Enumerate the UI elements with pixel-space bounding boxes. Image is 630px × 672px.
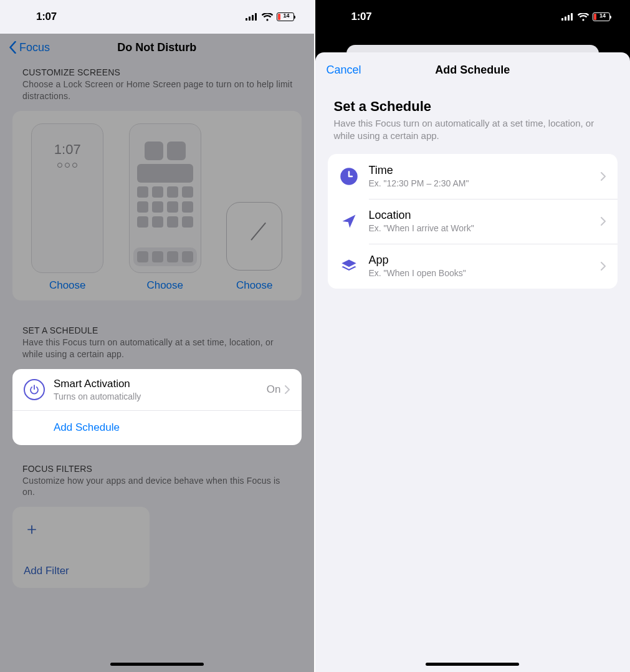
smart-activation-row[interactable]: Smart Activation Turns on automatically … xyxy=(12,369,302,410)
chevron-right-icon xyxy=(601,172,606,181)
power-icon xyxy=(24,379,45,400)
watch-preview: Choose xyxy=(226,202,282,292)
add-schedule-row[interactable]: Add Schedule xyxy=(12,410,302,445)
svg-rect-5 xyxy=(565,17,566,21)
add-filter-card[interactable]: ＋ Add Filter xyxy=(12,507,150,588)
svg-rect-6 xyxy=(568,15,570,21)
schedule-heading: SET A SCHEDULE xyxy=(22,325,295,335)
home-indicator xyxy=(110,663,204,666)
choose-watch-face[interactable]: Choose xyxy=(236,279,273,292)
battery-value: 14 xyxy=(599,12,606,19)
add-schedule-sheet: Cancel Add Schedule Set a Schedule Have … xyxy=(315,52,631,672)
customize-desc: Choose a Lock Screen or Home Screen page… xyxy=(22,79,295,102)
svg-rect-3 xyxy=(255,13,257,21)
sheet-title: Add Schedule xyxy=(315,64,631,77)
status-bar-left: 1:07 14 xyxy=(0,0,314,34)
cancel-button[interactable]: Cancel xyxy=(327,64,361,77)
schedule-option-location[interactable]: Location Ex. "When I arrive at Work" xyxy=(328,199,618,244)
customize-heading: CUSTOMIZE SCREENS xyxy=(22,67,295,77)
filters-heading: FOCUS FILTERS xyxy=(22,464,295,474)
add-filter-label: Add Filter xyxy=(24,565,69,577)
svg-rect-2 xyxy=(252,15,254,21)
home-screen-frame xyxy=(129,123,201,273)
svg-rect-4 xyxy=(561,18,563,21)
screenshot-left: 1:07 14 Focus Do Not Disturb CUSTOMIZE S… xyxy=(0,0,315,672)
svg-rect-7 xyxy=(571,13,573,21)
sheet-nav: Cancel Add Schedule xyxy=(315,52,631,87)
schedule-card: Smart Activation Turns on automatically … xyxy=(12,369,302,445)
battery-value: 14 xyxy=(283,12,289,19)
sheet-header-desc: Have this Focus turn on automatically at… xyxy=(334,117,612,143)
wifi-icon xyxy=(262,13,273,21)
smart-activation-value-group: On xyxy=(267,383,290,396)
chevron-right-icon xyxy=(285,385,290,394)
status-icons: 14 xyxy=(246,12,294,21)
status-bar-right: 1:07 14 xyxy=(315,0,631,34)
option-sub: Ex. "When I arrive at Work" xyxy=(369,223,591,233)
lock-screen-frame: 1:07 xyxy=(31,123,103,273)
screens-card: 1:07 Choose Choose Choose xyxy=(12,111,302,300)
chevron-left-icon xyxy=(9,41,17,54)
lock-screen-widgets-icon xyxy=(57,163,77,168)
plus-icon: ＋ xyxy=(24,518,40,540)
option-title: Location xyxy=(369,209,591,222)
schedule-section-header: SET A SCHEDULE Have this Focus turn on a… xyxy=(0,319,314,363)
option-sub: Ex. "12:30 PM – 2:30 AM" xyxy=(369,178,591,188)
smart-activation-value: On xyxy=(267,383,281,396)
cellular-icon xyxy=(561,13,574,21)
nav-bar: Focus Do Not Disturb xyxy=(0,34,314,61)
clock-icon xyxy=(339,166,359,186)
lock-screen-time: 1:07 xyxy=(54,142,81,158)
smart-activation-title: Smart Activation xyxy=(54,378,258,390)
status-time: 1:07 xyxy=(351,11,372,23)
back-label: Focus xyxy=(19,41,50,54)
filters-desc: Customize how your apps and device behav… xyxy=(22,475,295,499)
chevron-right-icon xyxy=(601,262,606,271)
sheet-header-title: Set a Schedule xyxy=(334,98,612,115)
svg-rect-0 xyxy=(246,18,247,21)
screenshot-right: 1:07 14 Cancel Add Schedule Set a Schedu… xyxy=(315,0,631,672)
status-time: 1:07 xyxy=(36,11,57,23)
battery-fill xyxy=(594,14,596,20)
lock-screen-preview: 1:07 Choose xyxy=(31,123,103,292)
watch-hand-icon xyxy=(251,223,266,241)
back-button[interactable]: Focus xyxy=(9,41,50,54)
option-title: App xyxy=(369,254,591,267)
app-stack-icon xyxy=(339,256,359,276)
filters-section-header: FOCUS FILTERS Customize how your apps an… xyxy=(0,458,314,501)
wifi-icon xyxy=(578,13,589,21)
option-title: Time xyxy=(369,164,591,177)
battery-fill xyxy=(278,14,280,20)
option-sub: Ex. "When I open Books" xyxy=(369,268,591,278)
battery-icon: 14 xyxy=(277,12,294,21)
home-screen-preview: Choose xyxy=(129,123,201,292)
choose-lock-screen[interactable]: Choose xyxy=(49,279,86,292)
schedule-option-time[interactable]: Time Ex. "12:30 PM – 2:30 AM" xyxy=(328,154,618,199)
add-schedule-label: Add Schedule xyxy=(24,421,120,434)
customize-section-header: CUSTOMIZE SCREENS Choose a Lock Screen o… xyxy=(0,61,314,105)
status-icons: 14 xyxy=(561,12,610,21)
schedule-options-card: Time Ex. "12:30 PM – 2:30 AM" Location E… xyxy=(328,154,618,289)
schedule-desc: Have this Focus turn on automatically at… xyxy=(22,337,295,360)
smart-activation-sub: Turns on automatically xyxy=(54,391,258,401)
location-arrow-icon xyxy=(339,211,359,231)
watch-frame xyxy=(226,202,282,271)
sheet-header: Set a Schedule Have this Focus turn on a… xyxy=(315,87,631,148)
home-indicator xyxy=(426,663,519,666)
chevron-right-icon xyxy=(601,217,606,226)
schedule-option-app[interactable]: App Ex. "When I open Books" xyxy=(328,244,618,289)
choose-home-screen[interactable]: Choose xyxy=(146,279,183,292)
cellular-icon xyxy=(246,13,258,21)
battery-icon: 14 xyxy=(593,12,610,21)
svg-rect-1 xyxy=(249,17,251,21)
